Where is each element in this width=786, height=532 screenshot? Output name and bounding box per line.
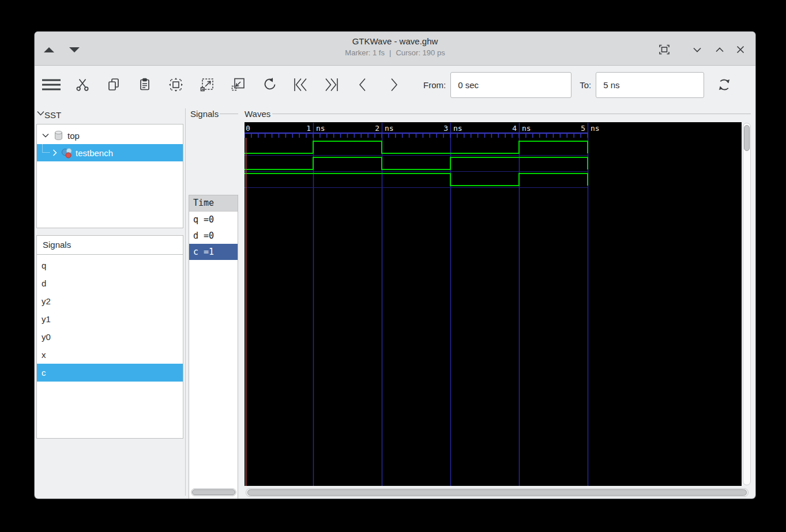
time-unit-label: ns (385, 124, 394, 133)
from-input[interactable] (450, 72, 571, 98)
wave-trace-q[interactable] (245, 141, 588, 153)
waves-vscroll-thumb[interactable] (744, 125, 750, 151)
tree-node-testbench[interactable]: testbench (37, 144, 183, 161)
shift-right-icon[interactable] (383, 73, 405, 97)
wave-trace-d[interactable] (245, 157, 588, 169)
time-unit-label: ns (522, 124, 531, 133)
signal-item-q[interactable]: q (37, 256, 183, 274)
wave-names-frame-label: Signals (190, 109, 219, 119)
time-label-3: 3 (443, 124, 448, 133)
maximize-icon[interactable] (712, 42, 728, 57)
wave-trace-c[interactable] (245, 173, 588, 186)
to-label: To: (580, 80, 591, 90)
to-input[interactable] (596, 72, 704, 98)
signal-item-y0[interactable]: y0 (37, 328, 183, 346)
wave-names-hscrollbar[interactable] (191, 488, 236, 496)
cursor-status: Cursor: 190 ps (396, 48, 445, 57)
signal-item-y1[interactable]: y1 (37, 310, 183, 328)
main-toolbar: From: To: (35, 66, 755, 104)
tree-guide-line (42, 142, 50, 153)
time-header[interactable]: Time (189, 195, 238, 212)
marker-status: Marker: 1 fs (345, 48, 385, 57)
time-unit-label: ns (316, 124, 325, 133)
sst-collapse-icon[interactable] (37, 111, 44, 116)
window-status: Marker: 1 fs|Cursor: 190 ps (35, 48, 755, 58)
minimize-icon[interactable] (689, 42, 705, 57)
window-title: GTKWave - wave.ghw (35, 35, 755, 48)
signal-browser-list: q d y2 y1 y0 x c (36, 254, 183, 439)
zoom-in-icon[interactable] (196, 73, 218, 97)
wave-name-row-c[interactable]: c =1 (189, 244, 238, 260)
waves-frame-line (272, 114, 751, 114)
shade-down-button[interactable] (69, 47, 80, 52)
fullscreen-icon[interactable] (656, 42, 672, 57)
tree-node-label: top (67, 131, 80, 141)
module-icon (54, 130, 63, 141)
main-content: SST top (35, 104, 755, 499)
time-label-0: 0 (246, 124, 250, 133)
shade-up-button[interactable] (44, 47, 54, 52)
cut-icon[interactable] (72, 73, 93, 97)
expander-right-icon[interactable] (52, 149, 57, 156)
time-label-5: 5 (581, 124, 585, 133)
waves-vscrollbar[interactable] (743, 123, 751, 485)
skip-to-start-icon[interactable] (289, 73, 311, 97)
undo-icon[interactable] (258, 73, 280, 97)
testbench-icon (61, 148, 73, 159)
reload-icon[interactable] (713, 73, 735, 97)
close-icon[interactable] (732, 42, 749, 57)
signal-item-d[interactable]: d (37, 274, 183, 292)
zoom-fit-icon[interactable] (165, 73, 187, 97)
copy-icon[interactable] (103, 73, 125, 97)
signal-item-c[interactable]: c (37, 364, 183, 382)
expander-down-icon[interactable] (42, 133, 49, 138)
signal-item-y2[interactable]: y2 (37, 292, 183, 310)
gtkwave-window: GTKWave - wave.ghw Marker: 1 fs|Cursor: … (35, 32, 755, 499)
time-label-1: 1 (306, 124, 311, 133)
titlebar[interactable]: GTKWave - wave.ghw Marker: 1 fs|Cursor: … (35, 32, 755, 66)
sst-tree: top testbench (36, 124, 183, 228)
wave-name-row-q[interactable]: q =0 (189, 212, 238, 228)
sst-header-label: SST (44, 110, 61, 120)
time-label-2: 2 (375, 124, 379, 133)
zoom-out-icon[interactable] (227, 73, 249, 97)
waves-hscrollbar[interactable] (246, 488, 749, 497)
signal-item-x[interactable]: x (37, 346, 183, 364)
tree-node-top[interactable]: top (37, 127, 183, 144)
tree-node-label: testbench (76, 148, 113, 158)
wave-names-panel: Time q =0 d =0 c =1 (189, 195, 238, 499)
paste-icon[interactable] (134, 73, 156, 97)
pane-splitter-left[interactable] (185, 108, 186, 496)
wave-names-frame-line (220, 114, 238, 114)
signal-browser-header: Signals (36, 235, 183, 255)
status-separator: | (389, 48, 391, 57)
from-label: From: (423, 80, 446, 90)
menu-icon[interactable] (40, 73, 62, 97)
time-label-4: 4 (512, 124, 517, 133)
waves-frame-label: Waves (245, 109, 270, 119)
wave-canvas[interactable]: 01ns2ns3ns4ns5ns (245, 122, 742, 486)
wave-names-hscroll-thumb[interactable] (192, 489, 235, 495)
wave-name-row-d[interactable]: d =0 (189, 228, 238, 244)
time-unit-label: ns (591, 124, 600, 133)
waves-hscroll-thumb[interactable] (247, 489, 747, 496)
shift-left-icon[interactable] (352, 73, 374, 97)
time-unit-label: ns (453, 124, 462, 133)
skip-to-end-icon[interactable] (321, 73, 343, 97)
